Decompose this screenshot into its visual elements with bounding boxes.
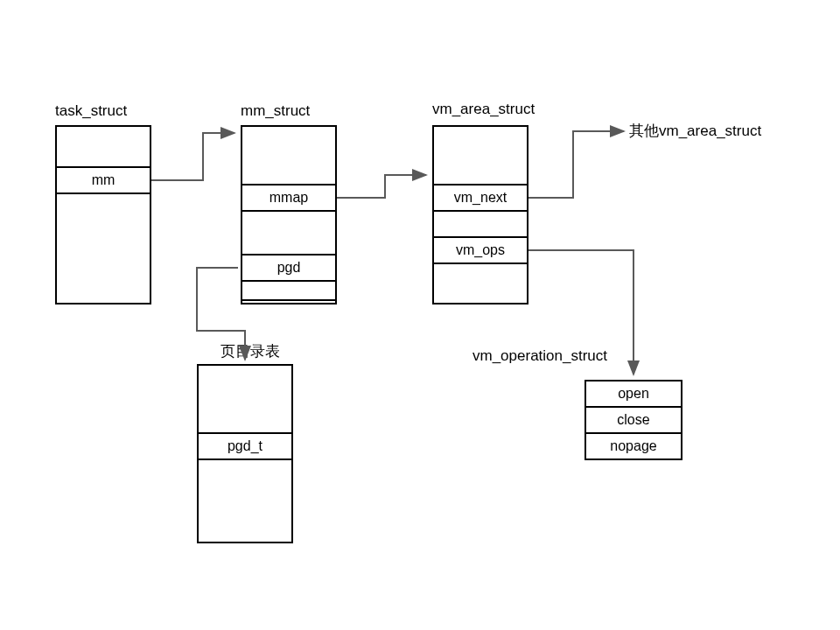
box-mm-struct-slot: [241, 294, 337, 301]
field-mm: mm: [55, 166, 151, 194]
arrow-mm-to-mmstruct: [151, 133, 234, 180]
field-pgd: pgd: [241, 254, 337, 282]
label-mm-struct: mm_struct: [241, 102, 310, 120]
label-other-vm-area: 其他vm_area_struct: [629, 121, 761, 141]
label-page-dir-table: 页目录表: [220, 341, 280, 361]
box-vm-area-struct: [432, 125, 528, 304]
arrow-vmnext-to-other: [528, 131, 624, 198]
field-open: open: [584, 380, 682, 408]
field-vm-ops: vm_ops: [432, 236, 528, 264]
field-vm-next: vm_next: [432, 184, 528, 212]
box-task-struct: [55, 125, 151, 304]
label-vm-area-struct: vm_area_struct: [432, 101, 535, 118]
field-close: close: [584, 406, 682, 434]
field-pgd-t: pgd_t: [197, 432, 293, 460]
field-nopage: nopage: [584, 432, 682, 460]
arrow-mmap-to-vmarea: [337, 175, 426, 198]
arrows-layer: [0, 0, 840, 630]
label-task-struct: task_struct: [55, 102, 127, 120]
label-vm-operation-struct: vm_operation_struct: [472, 347, 607, 365]
field-mmap: mmap: [241, 184, 337, 212]
